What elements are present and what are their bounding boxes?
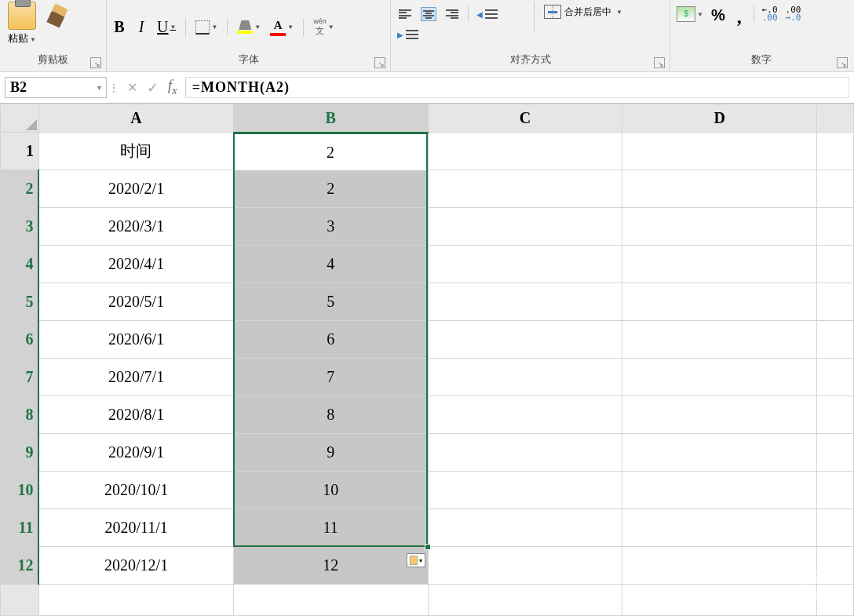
cell-E8[interactable] — [817, 396, 854, 434]
cell-blank[interactable] — [428, 585, 622, 616]
cell-E2[interactable] — [817, 170, 854, 208]
cell-A9[interactable]: 2020/9/1 — [38, 434, 233, 472]
cell-D12[interactable] — [622, 547, 817, 585]
cell-E1[interactable] — [817, 133, 854, 170]
pinyin-guide-button[interactable]: wén文▼ — [310, 16, 337, 38]
increase-indent-button[interactable]: ▶ — [394, 25, 423, 44]
cell-E9[interactable] — [817, 434, 854, 472]
cell-A11[interactable]: 2020/11/1 — [38, 509, 233, 547]
cell-B6[interactable]: 6 — [233, 321, 428, 359]
column-header-C[interactable]: C — [428, 104, 622, 133]
cell-C5[interactable] — [428, 283, 622, 321]
underline-button[interactable]: U▼ — [154, 16, 179, 38]
cell-C12[interactable] — [428, 547, 622, 585]
column-header-A[interactable]: A — [38, 104, 233, 133]
cell-A6[interactable]: 2020/6/1 — [38, 321, 233, 359]
cell-E6[interactable] — [817, 321, 854, 359]
cell-E5[interactable] — [817, 283, 854, 321]
accounting-format-button[interactable]: $▼ — [673, 5, 706, 24]
cell-D2[interactable] — [622, 170, 817, 208]
cell-B2[interactable]: 2 — [233, 170, 428, 208]
autofill-options-button[interactable] — [407, 553, 425, 567]
number-dialog-launcher[interactable] — [837, 57, 848, 68]
paste-button[interactable]: 粘贴▼ — [3, 2, 41, 46]
cell-D6[interactable] — [622, 321, 817, 359]
cell-blank[interactable] — [233, 585, 428, 616]
cell-blank[interactable] — [622, 585, 817, 616]
row-header-12[interactable]: 12 — [1, 547, 39, 585]
font-dialog-launcher[interactable] — [374, 57, 385, 68]
cell-B11[interactable]: 11 — [233, 509, 428, 547]
cell-D9[interactable] — [622, 434, 817, 472]
cell-B10[interactable]: 10 — [233, 472, 428, 509]
cell-A4[interactable]: 2020/4/1 — [38, 246, 233, 283]
cell-A1[interactable]: 时间 — [38, 133, 233, 170]
percent-button[interactable]: % — [708, 5, 728, 26]
cell-B3[interactable]: 3 — [233, 208, 428, 246]
cell-D4[interactable] — [622, 246, 817, 283]
cell-B5[interactable]: 5 — [233, 283, 428, 321]
formula-input[interactable]: =MONTH(A2) — [185, 77, 849, 98]
cell-E12[interactable] — [817, 547, 854, 585]
row-header-10[interactable]: 10 — [1, 472, 39, 509]
alignment-dialog-launcher[interactable] — [654, 57, 665, 68]
cell-C3[interactable] — [428, 208, 622, 246]
row-header-3[interactable]: 3 — [1, 208, 39, 246]
row-header-7[interactable]: 7 — [1, 359, 39, 396]
cell-D1[interactable] — [622, 133, 817, 170]
cell-E4[interactable] — [817, 246, 854, 283]
cell-D10[interactable] — [622, 472, 817, 509]
merge-center-button[interactable]: 合并后居中 ▼ — [541, 2, 626, 20]
cell-A8[interactable]: 2020/8/1 — [38, 396, 233, 434]
cell-D3[interactable] — [622, 208, 817, 246]
cell-A12[interactable]: 2020/12/1 — [38, 547, 233, 585]
row-header-13[interactable] — [1, 585, 39, 616]
row-header-1[interactable]: 1 — [1, 133, 39, 170]
name-box[interactable]: B2 ▼ — [5, 77, 107, 98]
cell-C11[interactable] — [428, 509, 622, 547]
row-header-11[interactable]: 11 — [1, 509, 39, 547]
cell-B8[interactable]: 8 — [233, 396, 428, 434]
cell-A5[interactable]: 2020/5/1 — [38, 283, 233, 321]
insert-function-button[interactable]: fx — [168, 78, 177, 97]
cell-D5[interactable] — [622, 283, 817, 321]
bold-button[interactable]: B — [110, 16, 129, 38]
fill-color-button[interactable]: ▼ — [234, 18, 264, 37]
comma-style-button[interactable]: , — [730, 5, 749, 29]
cell-blank[interactable] — [38, 585, 233, 616]
cell-B9[interactable]: 9 — [233, 434, 428, 472]
cell-C7[interactable] — [428, 359, 622, 396]
clipboard-dialog-launcher[interactable] — [90, 57, 101, 68]
increase-decimal-button[interactable]: ←.0.00 — [759, 5, 781, 24]
cell-D8[interactable] — [622, 396, 817, 434]
cell-E3[interactable] — [817, 208, 854, 246]
cell-A7[interactable]: 2020/7/1 — [38, 359, 233, 396]
cell-C9[interactable] — [428, 434, 622, 472]
cell-B1[interactable]: 小时 — [233, 133, 428, 170]
cell-B12[interactable]: 12 — [233, 547, 428, 585]
row-header-2[interactable]: 2 — [1, 170, 39, 208]
cell-A10[interactable]: 2020/10/1 — [38, 472, 233, 509]
cell-A3[interactable]: 2020/3/1 — [38, 208, 233, 246]
border-button[interactable]: ▼ — [192, 18, 221, 37]
align-left-button[interactable] — [394, 5, 416, 24]
italic-button[interactable]: I — [132, 16, 151, 38]
row-header-4[interactable]: 4 — [1, 246, 39, 283]
row-header-6[interactable]: 6 — [1, 321, 39, 359]
decrease-indent-button[interactable]: ◀ — [473, 5, 502, 24]
format-painter-button[interactable] — [47, 2, 68, 30]
column-header-B[interactable]: B — [233, 104, 428, 133]
select-all-corner[interactable] — [1, 104, 39, 133]
cell-C6[interactable] — [428, 321, 622, 359]
cell-blank[interactable] — [817, 585, 854, 616]
cancel-button[interactable]: ✕ — [127, 80, 137, 95]
font-color-button[interactable]: A▼ — [267, 17, 297, 38]
align-right-button[interactable] — [441, 5, 463, 24]
column-header-extra[interactable] — [817, 104, 854, 133]
cell-D11[interactable] — [622, 509, 817, 547]
column-header-D[interactable]: D — [622, 104, 817, 133]
cell-E7[interactable] — [817, 359, 854, 396]
row-header-5[interactable]: 5 — [1, 283, 39, 321]
formula-bar-splitter[interactable] — [108, 77, 119, 98]
cell-A2[interactable]: 2020/2/1 — [38, 170, 233, 208]
